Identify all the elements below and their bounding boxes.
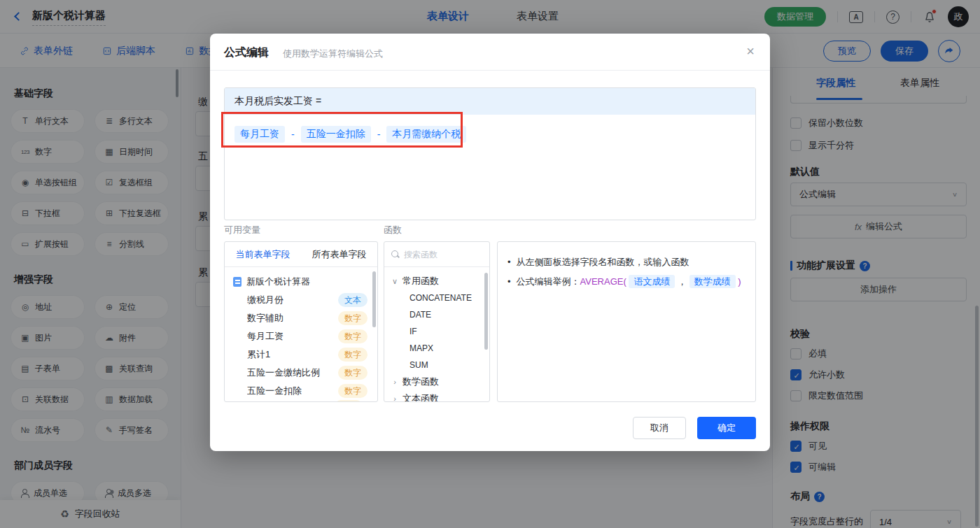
type-badge: 数字 bbox=[338, 348, 368, 362]
formula-variable-chip[interactable]: 每月工资 bbox=[234, 126, 285, 143]
variable-row[interactable]: 每月工资数字 bbox=[233, 327, 377, 345]
chevron-right-icon: › bbox=[391, 378, 398, 386]
function-item[interactable]: SUM bbox=[391, 357, 489, 373]
function-search[interactable] bbox=[384, 242, 489, 267]
modal-subtitle: 使用数学运算符编辑公式 bbox=[283, 48, 383, 60]
tips-panel: • 从左侧面板选择字段名和函数，或输入函数 • 公式编辑举例：AVERAGE( … bbox=[497, 241, 756, 402]
functions-scrollbar[interactable] bbox=[484, 273, 488, 350]
formula-expression[interactable]: 每月工资 - 五险一金扣除 - 本月需缴纳个税 bbox=[225, 115, 755, 154]
function-item[interactable]: DATE bbox=[391, 306, 489, 323]
type-badge: 数字 bbox=[338, 366, 368, 380]
formula-operator: - bbox=[377, 129, 381, 140]
modal-title: 公式编辑 bbox=[224, 45, 269, 60]
variable-row[interactable]: 五险一金扣除数字 bbox=[233, 382, 377, 400]
chevron-right-icon: › bbox=[391, 394, 398, 402]
example-chip: 数学成绩 bbox=[690, 275, 736, 288]
variable-row[interactable]: 累计1数字 bbox=[233, 345, 377, 364]
modal-header: 公式编辑 使用数学运算符编辑公式 × bbox=[210, 34, 770, 71]
function-item[interactable]: CONCATENATE bbox=[391, 290, 489, 306]
variables-panel: 当前表单字段 所有表单字段 新版个税计算器 缴税月份文本 数字辅助数字 每月工资… bbox=[224, 241, 378, 402]
close-icon[interactable]: × bbox=[746, 43, 755, 59]
confirm-button[interactable]: 确定 bbox=[697, 417, 756, 439]
formula-target: 本月税后实发工资 = bbox=[225, 88, 755, 115]
type-badge: 文本 bbox=[338, 293, 368, 307]
tab-current-form-fields[interactable]: 当前表单字段 bbox=[225, 248, 301, 261]
function-search-input[interactable] bbox=[404, 250, 474, 259]
example-chip: 语文成绩 bbox=[629, 275, 675, 288]
cancel-button[interactable]: 取消 bbox=[633, 417, 686, 439]
variable-row[interactable]: 数字辅助数字 bbox=[233, 309, 377, 327]
formula-editor-modal: 公式编辑 使用数学运算符编辑公式 × 本月税后实发工资 = 每月工资 - 五险一… bbox=[210, 34, 770, 451]
tab-all-form-fields[interactable]: 所有表单字段 bbox=[301, 248, 377, 261]
tip-example-line: • 公式编辑举例：AVERAGE( 语文成绩 ， 数学成绩 ) bbox=[507, 273, 746, 291]
search-icon bbox=[391, 250, 399, 258]
variables-label: 可用变量 bbox=[224, 224, 260, 236]
functions-label: 函数 bbox=[384, 224, 402, 236]
variable-row[interactable]: 缴税月份文本 bbox=[233, 291, 377, 309]
formula-variable-chip[interactable]: 五险一金扣除 bbox=[301, 126, 371, 143]
function-item[interactable]: MAPX bbox=[391, 340, 489, 357]
type-badge: 数字 bbox=[338, 329, 368, 343]
functions-panel: ∨ 常用函数 CONCATENATE DATE IF MAPX SUM › 数学… bbox=[384, 241, 490, 402]
function-group-common[interactable]: ∨ 常用函数 bbox=[391, 273, 489, 290]
function-group-math[interactable]: › 数学函数 bbox=[391, 373, 489, 390]
variables-scrollbar[interactable] bbox=[372, 271, 376, 327]
formula-editor[interactable]: 本月税后实发工资 = 每月工资 - 五险一金扣除 - 本月需缴纳个税 bbox=[224, 87, 756, 220]
partially-visible-badge bbox=[335, 400, 362, 402]
form-doc-icon bbox=[233, 277, 241, 287]
formula-variable-chip[interactable]: 本月需缴纳个税 bbox=[386, 126, 466, 143]
function-item[interactable]: IF bbox=[391, 323, 489, 340]
variables-tree-root[interactable]: 新版个税计算器 bbox=[233, 273, 377, 291]
chevron-down-icon: ∨ bbox=[391, 277, 398, 286]
tip-line: • 从左侧面板选择字段名和函数，或输入函数 bbox=[507, 253, 746, 271]
type-badge: 数字 bbox=[338, 311, 368, 325]
formula-operator: - bbox=[291, 129, 295, 140]
variable-row[interactable]: 五险一金缴纳比例数字 bbox=[233, 364, 377, 382]
type-badge: 数字 bbox=[338, 384, 368, 398]
function-name-example: AVERAGE( bbox=[580, 276, 626, 287]
function-group-text[interactable]: › 文本函数 bbox=[391, 390, 489, 402]
